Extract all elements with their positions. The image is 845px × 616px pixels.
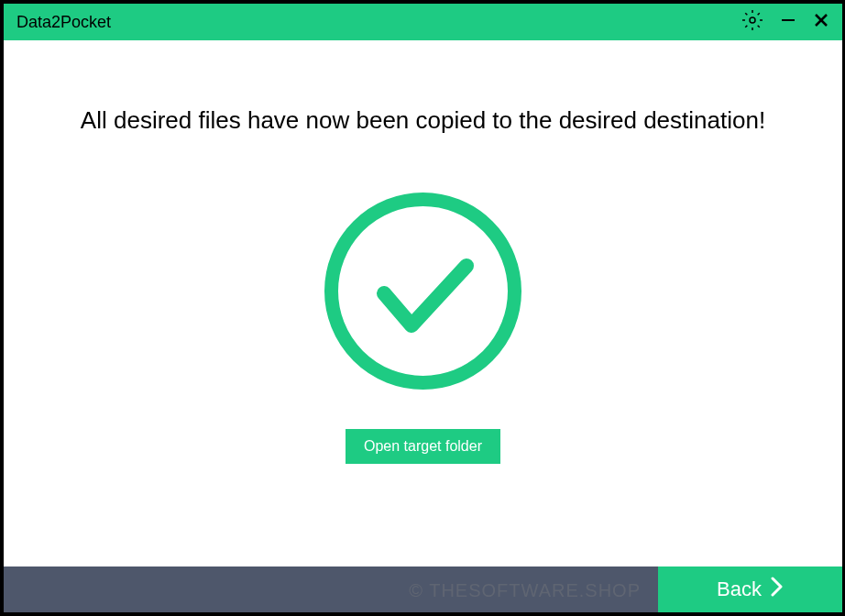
open-target-folder-button[interactable]: Open target folder — [346, 429, 500, 464]
close-icon — [813, 12, 829, 32]
chevron-right-icon — [771, 577, 784, 602]
minimize-icon — [780, 12, 796, 32]
back-button-label: Back — [717, 578, 762, 601]
svg-point-0 — [750, 17, 755, 23]
gear-icon — [741, 9, 763, 35]
footer-bar: Back — [4, 566, 842, 612]
content-area: All desired files have now been copied t… — [4, 40, 842, 566]
app-window: Data2Pocket — [4, 4, 842, 612]
settings-button[interactable] — [741, 9, 763, 35]
success-checkmark-icon — [320, 188, 526, 394]
close-button[interactable] — [813, 12, 829, 32]
titlebar: Data2Pocket — [4, 4, 842, 40]
back-button[interactable]: Back — [658, 566, 842, 612]
minimize-button[interactable] — [780, 12, 796, 32]
success-message: All desired files have now been copied t… — [81, 106, 765, 135]
app-title: Data2Pocket — [16, 13, 111, 32]
svg-point-4 — [332, 200, 515, 383]
titlebar-controls — [741, 9, 829, 35]
